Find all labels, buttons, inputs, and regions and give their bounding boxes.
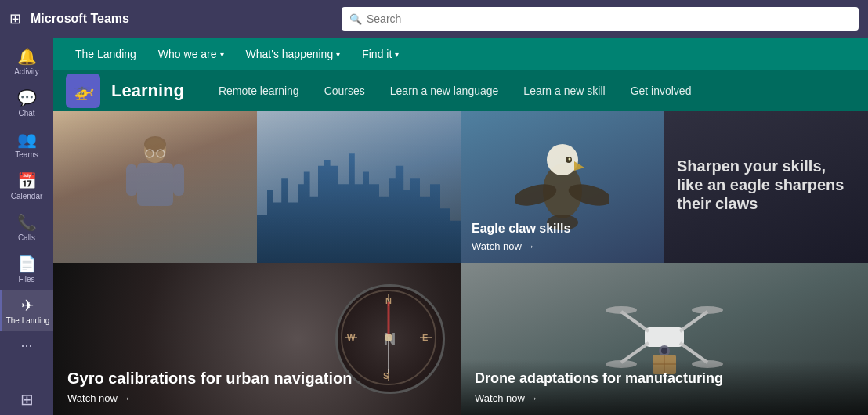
content-area: The Landing Who we are ▾ What's happenin… (53, 38, 868, 415)
card-student-city[interactable] (53, 111, 461, 263)
gyro-title: Gyro calibrations for urban navigation (67, 369, 447, 388)
nav-label-whats-happening: What's happening (246, 48, 334, 60)
sidebar-bottom-icon[interactable]: ⊞ (20, 390, 34, 409)
card-gyro-calibrations[interactable]: N N S E W (53, 263, 461, 415)
drone-watch-now[interactable]: Watch now → (475, 392, 854, 404)
search-bar[interactable]: 🔍 (342, 7, 859, 31)
drone-title: Drone adaptations for manufacturing (475, 370, 854, 388)
calendar-icon: 📅 (17, 171, 37, 190)
sidebar-item-activity[interactable]: 🔔 Activity (0, 41, 53, 82)
learning-title: Learning (111, 81, 184, 101)
sidebar-label-calls: Calls (18, 233, 35, 242)
find-it-chevron-icon: ▾ (395, 50, 399, 59)
nav-label-who-we-are: Who we are (158, 48, 217, 60)
svg-text:W: W (347, 333, 356, 342)
label-courses: Courses (324, 85, 365, 97)
sidebar-item-calendar[interactable]: 📅 Calendar (0, 165, 53, 207)
learning-logo-icon: 🚁 (73, 81, 94, 101)
sidebar-item-the-landing[interactable]: ✈ The Landing (0, 290, 53, 331)
sidebar-item-calls[interactable]: 📞 Calls (0, 207, 53, 248)
sidebar-label-chat: Chat (18, 109, 34, 117)
whats-happening-chevron-icon: ▾ (336, 50, 340, 59)
label-learn-new-skill: Learn a new skill (523, 85, 605, 97)
files-icon: 📄 (17, 254, 37, 273)
sidebar: 🔔 Activity 💬 Chat 👥 Teams 📅 Calendar 📞 C… (0, 38, 53, 415)
who-we-are-chevron-icon: ▾ (220, 50, 224, 59)
eagle-text-section: Sharpen your skills, like an eagle sharp… (664, 111, 868, 263)
sidebar-bottom: ⊞ (20, 390, 34, 415)
learning-nav-get-involved[interactable]: Get involved (618, 78, 704, 103)
gyro-overlay: Gyro calibrations for urban navigation W… (53, 358, 461, 415)
sidebar-label-the-landing: The Landing (6, 316, 50, 325)
svg-point-11 (569, 158, 571, 161)
learning-nav-remote-learning[interactable]: Remote learning (206, 78, 312, 103)
learning-logo: 🚁 (66, 74, 100, 108)
search-input[interactable] (367, 13, 851, 25)
activity-icon: 🔔 (17, 47, 37, 66)
svg-line-28 (621, 312, 649, 331)
search-icon: 🔍 (349, 13, 362, 25)
nav-item-find-it[interactable]: Find it ▾ (353, 42, 408, 67)
the-landing-icon: ✈ (21, 296, 34, 315)
chat-icon: 💬 (17, 88, 37, 107)
nav-label-the-landing: The Landing (75, 48, 136, 60)
svg-point-8 (547, 144, 578, 175)
learning-nav-courses[interactable]: Courses (312, 78, 378, 103)
svg-rect-27 (645, 327, 684, 347)
learning-nav-learn-new-skill[interactable]: Learn a new skill (511, 78, 617, 103)
eagle-watch-now[interactable]: Watch now → (472, 240, 570, 252)
label-get-involved: Get involved (631, 85, 692, 97)
content-grid: Eagle claw skills Watch now → Sharpen yo… (53, 111, 868, 415)
top-bar: ⊞ Microsoft Teams 🔍 (0, 0, 868, 38)
svg-line-29 (680, 312, 707, 331)
learning-nav: Remote learning Courses Learn a new lang… (206, 78, 704, 103)
eagle-card-overlay: Eagle claw skills Watch now → (472, 221, 570, 252)
nav-item-who-we-are[interactable]: Who we are ▾ (149, 42, 233, 67)
sidebar-item-teams[interactable]: 👥 Teams (0, 124, 53, 165)
label-remote-learning: Remote learning (219, 85, 299, 97)
svg-marker-9 (574, 161, 584, 171)
learning-nav-learn-new-language[interactable]: Learn a new language (378, 78, 512, 103)
nav-item-the-landing[interactable]: The Landing (66, 42, 146, 67)
svg-point-37 (661, 348, 667, 354)
gyro-watch-now[interactable]: Watch now → (67, 392, 447, 404)
app-title: Microsoft Teams (31, 12, 129, 26)
sidebar-item-chat[interactable]: 💬 Chat (0, 82, 53, 124)
teams-icon: 👥 (17, 130, 37, 149)
main-layout: 🔔 Activity 💬 Chat 👥 Teams 📅 Calendar 📞 C… (0, 38, 868, 415)
nav-item-whats-happening[interactable]: What's happening ▾ (237, 42, 350, 67)
card-eagle-skills[interactable]: Eagle claw skills Watch now → Sharpen yo… (461, 111, 868, 263)
sidebar-more[interactable]: ··· (20, 331, 32, 360)
svg-point-32 (606, 306, 637, 314)
sidebar-label-files: Files (18, 275, 34, 283)
svg-text:E: E (422, 333, 428, 342)
svg-point-33 (692, 306, 723, 314)
svg-point-26 (385, 334, 392, 341)
drone-overlay: Drone adaptations for manufacturing Watc… (461, 359, 868, 415)
sidebar-item-files[interactable]: 📄 Files (0, 248, 53, 290)
card-top-left-overlay (53, 111, 461, 263)
card-drone-manufacturing[interactable]: Drone adaptations for manufacturing Watc… (461, 263, 868, 415)
card-eagle-image: Eagle claw skills Watch now → (461, 111, 664, 263)
calls-icon: 📞 (17, 213, 37, 232)
label-learn-new-language: Learn a new language (390, 85, 499, 97)
eagle-sharpen-title: Sharpen your skills, like an eagle sharp… (677, 157, 855, 213)
eagle-card-title: Eagle claw skills (472, 221, 570, 236)
app-grid-icon[interactable]: ⊞ (9, 10, 21, 27)
nav-bar: The Landing Who we are ▾ What's happenin… (53, 38, 868, 70)
sidebar-label-teams: Teams (15, 150, 38, 159)
learning-bar: 🚁 Learning Remote learning Courses Learn… (53, 70, 868, 111)
nav-label-find-it: Find it (362, 48, 392, 60)
sidebar-label-calendar: Calendar (11, 192, 43, 200)
sidebar-label-activity: Activity (14, 67, 39, 76)
